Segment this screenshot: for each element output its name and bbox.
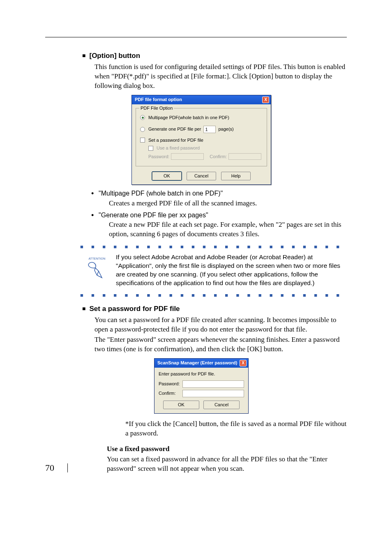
password-input	[171, 153, 204, 160]
top-rule	[45, 37, 347, 37]
pw-dialog-titlebar: ScanSnap Manager (Enter password) X	[154, 359, 248, 368]
page-number-divider	[67, 463, 68, 472]
bullet-multipage-body: Creates a merged PDF file of all the sca…	[109, 199, 347, 208]
pw-password-input[interactable]	[182, 380, 244, 388]
cancel-button[interactable]: Cancel	[187, 172, 216, 180]
pdf-file-option-group: PDF File Option Multipage PDF(whole batc…	[136, 108, 267, 167]
pw-dialog-heading: Enter password for PDF file.	[159, 371, 244, 377]
password-inputs-row: Password: Confirm:	[148, 153, 263, 160]
pw-dialog-title: ScanSnap Manager (Enter password)	[157, 360, 237, 366]
pdf-dialog-title: PDF file format option	[135, 97, 182, 103]
pw-dialog-body: Enter password for PDF file. Password: C…	[154, 368, 248, 413]
fixed-password-check-row: Use a fixed password	[148, 145, 263, 151]
set-password-heading: Set a password for PDF file	[82, 304, 347, 314]
bullet-multipage-head: "Multipage PDF (whole batch in one PDF)"	[99, 189, 347, 198]
option-button-heading: [Option] button	[82, 51, 347, 61]
set-password-label: Set a password for PDF file	[148, 137, 203, 143]
pdf-dialog-titlebar: PDF file format option X	[132, 95, 271, 104]
checkbox-icon[interactable]	[140, 138, 145, 143]
multipage-radio-label: Multipage PDF(whole batch in one PDF)	[148, 115, 229, 121]
pw-confirm-input[interactable]	[182, 390, 244, 397]
checkbox-icon	[148, 146, 153, 151]
pdf-option-dialog: PDF file format option X PDF File Option…	[131, 95, 271, 185]
ok-button[interactable]: OK	[152, 172, 182, 180]
page-number: 70	[45, 462, 68, 474]
close-icon[interactable]: X	[240, 360, 247, 366]
pages-spinner[interactable]: 1	[203, 126, 216, 133]
confirm-input	[228, 153, 261, 160]
set-password-para2: The "Enter password" screen appears when…	[95, 335, 347, 354]
fixed-password-heading: Use a fixed password	[107, 444, 347, 454]
page-number-value: 70	[45, 463, 54, 473]
per-page-pre: Generate one PDF file per	[148, 126, 201, 132]
per-page-radio-row[interactable]: Generate one PDF file per 1 page(s)	[140, 126, 263, 133]
help-button[interactable]: Help	[221, 172, 251, 180]
fixed-password-label: Use a fixed password	[157, 145, 200, 151]
per-page-suf: page(s)	[218, 126, 233, 132]
multipage-radio-row[interactable]: Multipage PDF(whole batch in one PDF)	[140, 115, 263, 121]
password-label: Password:	[148, 154, 169, 160]
close-icon[interactable]: X	[262, 97, 269, 103]
ok-button[interactable]: OK	[163, 401, 199, 409]
attention-icon: ATTENTION	[82, 253, 112, 288]
group-legend: PDF File Option	[139, 105, 174, 111]
bullet-perpage-head: "Generate one PDF file per xx pages"	[99, 211, 347, 220]
bullet-perpage-body: Create a new PDF file at each set page. …	[109, 220, 347, 239]
fixed-password-para: You can set a fixed password in advance …	[107, 455, 347, 474]
radio-selected-icon[interactable]	[140, 115, 145, 120]
set-password-para: You can set a password for a PDF file cr…	[95, 315, 347, 334]
set-password-check-row[interactable]: Set a password for PDF file	[140, 137, 263, 143]
cancel-note: *If you click the [Cancel] button, the f…	[125, 419, 347, 438]
option-button-para: This function is used for configuring de…	[95, 62, 347, 91]
attention-label: ATTENTION	[89, 257, 106, 260]
separator-top: ■ ■ ■ ■ ■ ■ ■ ■ ■ ■ ■ ■ ■ ■ ■ ■ ■ ■ ■ ■ …	[80, 243, 347, 251]
pw-password-label: Password:	[159, 381, 180, 387]
separator-bottom: ■ ■ ■ ■ ■ ■ ■ ■ ■ ■ ■ ■ ■ ■ ■ ■ ■ ■ ■ ■ …	[80, 292, 347, 299]
radio-icon[interactable]	[140, 127, 145, 132]
attention-text: If you select Adobe Acrobat and Adobe Re…	[116, 253, 347, 288]
enter-password-dialog: ScanSnap Manager (Enter password) X Ente…	[154, 358, 249, 414]
attention-block: ATTENTION If you select Adobe Acrobat an…	[82, 253, 347, 288]
pdf-dialog-buttons: OK Cancel Help	[132, 170, 271, 184]
options-bullet-list: "Multipage PDF (whole batch in one PDF)"…	[99, 189, 347, 239]
confirm-label: Confirm:	[210, 154, 227, 160]
cancel-button[interactable]: Cancel	[203, 401, 240, 409]
pw-confirm-label: Confirm:	[159, 390, 180, 396]
